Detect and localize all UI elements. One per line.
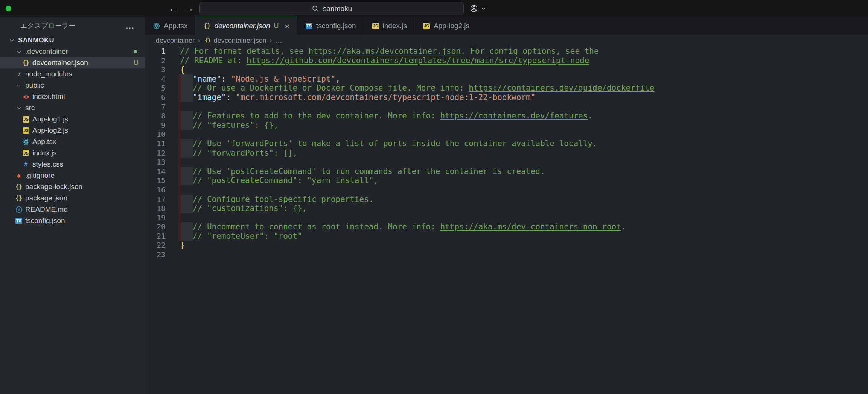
code-line[interactable]: 11// Use 'forwardPorts' to make a list o… xyxy=(145,139,868,149)
tree-item-node-modules[interactable]: node_modules xyxy=(0,68,145,80)
tree-item-styles-css[interactable]: #styles.css xyxy=(0,159,145,170)
line-number: 4 xyxy=(145,74,166,84)
command-center-search[interactable]: sanmoku xyxy=(199,2,464,15)
code-line[interactable]: 20// Uncomment to connect as root instea… xyxy=(145,222,868,232)
code-line[interactable]: 13 xyxy=(145,158,868,167)
code-line[interactable]: 3{ xyxy=(145,65,868,74)
tree-item-label: index.html xyxy=(32,92,65,101)
line-content: // Use 'postCreateCommand' to run comman… xyxy=(166,167,545,176)
tree-item-public[interactable]: public xyxy=(0,80,145,91)
search-icon xyxy=(311,5,320,12)
code-token: https://github.com/devcontainers/templat… xyxy=(247,56,589,65)
code-token: . xyxy=(588,111,592,120)
code-token: // README at: xyxy=(180,56,247,65)
line-number: 12 xyxy=(145,149,166,158)
tree-item-app-log1-js[interactable]: JSApp-log1.js xyxy=(0,114,145,125)
code-token: . For config options, see the xyxy=(461,47,599,56)
tab-label: devcontainer.json xyxy=(214,22,270,30)
code-line[interactable]: 5// Or use a Dockerfile or Docker Compos… xyxy=(145,83,868,93)
chevron-down-icon xyxy=(15,48,23,55)
tab-index-js[interactable]: JSindex.js xyxy=(364,17,415,35)
tree-item-src[interactable]: src xyxy=(0,102,145,114)
code-line[interactable]: 19 xyxy=(145,213,868,223)
ts-file-icon: TS xyxy=(15,218,22,224)
code-token: } xyxy=(180,241,185,250)
forward-button[interactable]: → xyxy=(185,4,193,13)
code-token: , xyxy=(335,74,340,83)
breadcrumb-item[interactable]: … xyxy=(276,37,282,45)
tree-item-app-tsx[interactable]: App.tsx xyxy=(0,136,145,147)
tab-app-tsx[interactable]: App.tsx xyxy=(145,17,195,35)
code-line[interactable]: 2// README at: https://github.com/devcon… xyxy=(145,56,868,65)
code-line[interactable]: 22} xyxy=(145,241,868,250)
tab-label: App-log2.js xyxy=(434,22,469,30)
tree-item-gitignore[interactable]: ◆.gitignore xyxy=(0,170,145,181)
tab-devcontainer-json[interactable]: {}devcontainer.jsonU× xyxy=(195,17,297,35)
code-line[interactable]: 4"name": "Node.js & TypeScript", xyxy=(145,74,868,84)
breadcrumb-separator-icon: › xyxy=(270,37,272,44)
react-atom-icon xyxy=(152,22,161,30)
tree-item-readme-md[interactable]: README.md xyxy=(0,204,145,215)
bracket-pair-guide xyxy=(180,74,180,241)
line-number: 10 xyxy=(145,130,166,139)
breadcrumb-label: .devcontainer xyxy=(154,37,195,45)
chevron-down-icon xyxy=(479,6,487,11)
back-button[interactable]: ← xyxy=(169,4,177,13)
tab-tsconfig-json[interactable]: TStsconfig.json xyxy=(297,17,364,35)
line-number: 15 xyxy=(145,176,166,185)
code-token: // Use 'forwardPorts' to make a list of … xyxy=(193,139,597,148)
line-number: 11 xyxy=(145,139,166,149)
code-token: // Use 'postCreateCommand' to run comman… xyxy=(193,167,545,176)
line-number: 16 xyxy=(145,185,166,195)
close-icon[interactable]: × xyxy=(285,22,289,30)
code-line[interactable]: 23 xyxy=(145,250,868,259)
code-line[interactable]: 16 xyxy=(145,185,868,195)
line-content: } xyxy=(166,241,185,250)
tree-item-devcontainer[interactable]: .devcontainer xyxy=(0,46,145,57)
code-line[interactable]: 10 xyxy=(145,130,868,139)
tab-app-log2-js[interactable]: JSApp-log2.js xyxy=(415,17,477,35)
tree-item-package-lock-json[interactable]: {}package-lock.json xyxy=(0,181,145,192)
breadcrumb-item[interactable]: {}devcontainer.json xyxy=(204,36,266,45)
code-line[interactable]: 1// For format details, see https://aka.… xyxy=(145,47,868,56)
tree-item-index-js[interactable]: JSindex.js xyxy=(0,147,145,159)
code-token: https://containers.dev/features xyxy=(440,111,588,120)
js-file-icon: JS xyxy=(23,116,29,123)
tree-item-label: App.tsx xyxy=(32,138,56,146)
line-content: // Or use a Dockerfile or Docker Compose… xyxy=(166,83,654,93)
tree-item-label: node_modules xyxy=(25,70,72,78)
tree-item-package-json[interactable]: {}package.json xyxy=(0,192,145,204)
code-line[interactable]: 9// "features": {}, xyxy=(145,121,868,130)
code-line[interactable]: 12// "forwardPorts": [], xyxy=(145,149,868,158)
tab-label: tsconfig.json xyxy=(316,22,356,30)
line-content xyxy=(166,158,180,167)
line-number: 8 xyxy=(145,111,166,121)
tree-item-label: .gitignore xyxy=(25,171,55,180)
tree-item-label: App-log1.js xyxy=(32,115,68,123)
tree-item-tsconfig-json[interactable]: TStsconfig.json xyxy=(0,215,145,226)
code-token: // Configure tool-specific properties. xyxy=(193,195,373,204)
line-content: // README at: https://github.com/devcont… xyxy=(166,56,589,65)
code-area[interactable]: 1// For format details, see https://aka.… xyxy=(145,47,868,394)
code-line[interactable]: 18// "customizations": {}, xyxy=(145,204,868,213)
breadcrumb-item[interactable]: .devcontainer xyxy=(154,37,195,45)
tree-item-devcontainer-json[interactable]: {}devcontainer.jsonU xyxy=(0,57,145,68)
explorer-title: エクスプローラー xyxy=(20,21,76,30)
json-braces-icon: {} xyxy=(204,37,211,44)
code-line[interactable]: 17// Configure tool-specific properties. xyxy=(145,195,868,204)
code-line[interactable]: 7 xyxy=(145,102,868,112)
tree-item-index-html[interactable]: <>index.html xyxy=(0,91,145,102)
ts-file-icon: TS xyxy=(306,23,312,29)
git-status-badge: U xyxy=(134,59,139,67)
tree-item-sanmoku[interactable]: SANMOKU xyxy=(0,35,145,46)
traffic-light-green[interactable] xyxy=(6,6,11,11)
code-line[interactable]: 14// Use 'postCreateCommand' to run comm… xyxy=(145,167,868,176)
code-line[interactable]: 21// "remoteUser": "root" xyxy=(145,232,868,241)
code-line[interactable]: 6"image": "mcr.microsoft.com/devcontaine… xyxy=(145,93,868,102)
breadcrumb-label: … xyxy=(276,37,282,45)
code-line[interactable]: 15// "postCreateCommand": "yarn install"… xyxy=(145,176,868,185)
accounts-menu[interactable] xyxy=(470,0,487,17)
code-line[interactable]: 8// Features to add to the dev container… xyxy=(145,111,868,121)
line-content: "name": "Node.js & TypeScript", xyxy=(166,74,340,84)
tree-item-app-log2-js[interactable]: JSApp-log2.js xyxy=(0,125,145,136)
